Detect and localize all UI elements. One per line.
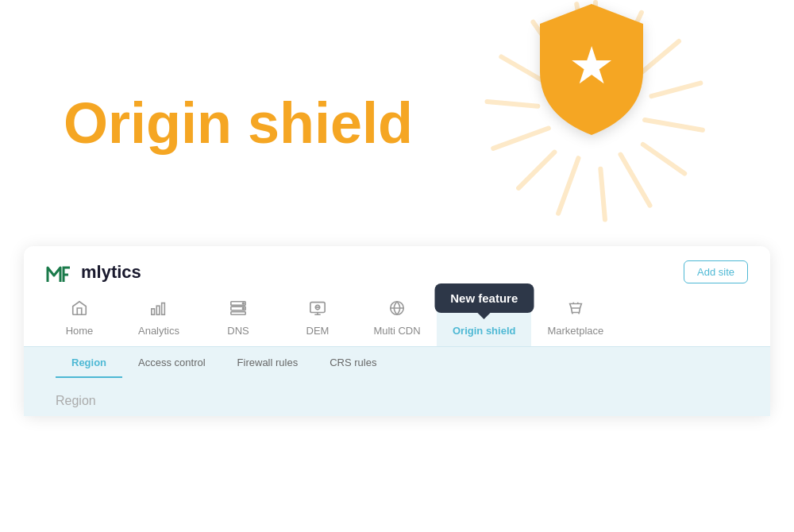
dns-icon — [229, 299, 247, 322]
svg-rect-18 — [162, 303, 165, 315]
nav-label-marketplace: Marketplace — [547, 325, 603, 337]
nav-item-dem[interactable]: DEM — [278, 291, 357, 346]
nav-item-origin-shield[interactable]: New feature Origin shield — [437, 291, 531, 346]
home-icon — [71, 299, 88, 322]
cdn-icon — [388, 299, 406, 322]
svg-rect-16 — [152, 309, 155, 314]
add-site-button[interactable]: Add site — [684, 260, 748, 283]
nav-label-origin-shield: Origin shield — [453, 325, 515, 337]
shield-hero-icon: ★ — [532, 0, 651, 139]
analytics-icon — [150, 299, 168, 322]
nav-label-analytics: Analytics — [138, 325, 179, 337]
hero-title: Origin shield — [64, 91, 413, 156]
nav-item-home[interactable]: Home — [40, 291, 119, 346]
dem-icon — [309, 299, 326, 322]
sub-tabs: Region Access control Firewall rules CRS… — [24, 346, 770, 378]
svg-point-23 — [243, 308, 245, 310]
svg-rect-5 — [640, 141, 688, 177]
section-title: Region — [24, 378, 770, 416]
svg-rect-9 — [515, 148, 558, 191]
hero-section: Origin shield — [0, 0, 794, 246]
nav-item-marketplace[interactable]: Marketplace — [531, 291, 619, 346]
marketplace-icon — [567, 299, 584, 322]
svg-rect-4 — [642, 117, 706, 133]
svg-point-22 — [243, 303, 245, 304]
svg-rect-3 — [649, 80, 703, 99]
new-feature-tooltip: New feature — [434, 283, 534, 313]
nav-tabs: Home Analytics DNS DEM M — [24, 283, 770, 346]
app-card: mlytics Add site Home Analytics DNS — [24, 246, 770, 416]
svg-rect-21 — [231, 312, 245, 315]
sub-tab-crs-rules[interactable]: CRS rules — [314, 347, 392, 378]
nav-label-home: Home — [66, 325, 94, 337]
svg-rect-6 — [617, 151, 653, 208]
nav-item-dns[interactable]: DNS — [198, 291, 278, 346]
nav-item-analytics[interactable]: Analytics — [119, 291, 198, 346]
sub-tab-firewall-rules[interactable]: Firewall rules — [222, 347, 314, 378]
sub-tab-access-control[interactable]: Access control — [122, 347, 222, 378]
svg-rect-8 — [555, 155, 581, 216]
logo-icon — [46, 261, 75, 283]
nav-item-multi-cdn[interactable]: Multi CDN — [357, 291, 437, 346]
svg-rect-17 — [156, 306, 160, 314]
sun-decoration: ★ — [461, 0, 730, 246]
brand-logo-mark — [46, 261, 75, 283]
nav-label-dem: DEM — [306, 325, 330, 337]
svg-text:★: ★ — [569, 37, 615, 94]
card-header: mlytics Add site — [24, 246, 770, 283]
sub-tab-region[interactable]: Region — [56, 347, 122, 378]
nav-label-dns: DNS — [227, 325, 249, 337]
logo-area: mlytics — [46, 261, 141, 283]
logo-text: mlytics — [81, 262, 141, 283]
nav-label-multi-cdn: Multi CDN — [373, 325, 420, 337]
svg-rect-7 — [598, 166, 607, 222]
